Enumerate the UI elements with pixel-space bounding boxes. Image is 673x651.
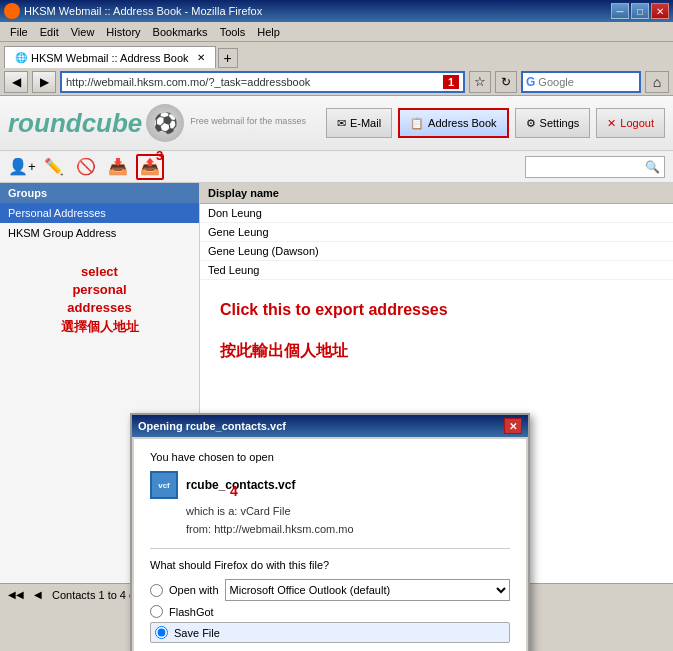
active-tab[interactable]: 🌐 HKSM Webmail :: Address Book ✕ <box>4 46 216 68</box>
import-button[interactable]: 📥 <box>104 154 132 180</box>
tab-favicon: 🌐 <box>15 52 27 63</box>
menu-file[interactable]: File <box>4 24 34 40</box>
logo: roundcube ⚽ Free webmail for the masses <box>8 104 306 142</box>
search-icon: 🔍 <box>645 160 660 174</box>
save-file-label: Save File <box>174 627 220 639</box>
menu-help[interactable]: Help <box>251 24 286 40</box>
file-type-value: vCard File <box>240 505 290 517</box>
export-button[interactable]: 📤 3 <box>136 154 164 180</box>
logo-icon: ⚽ <box>146 104 184 142</box>
refresh-button[interactable]: ↻ <box>495 71 517 93</box>
contact-row[interactable]: Don Leung <box>200 204 673 223</box>
tab-close-icon[interactable]: ✕ <box>197 52 205 63</box>
flashgot-label: FlashGot <box>169 606 214 618</box>
firefox-icon <box>4 3 20 19</box>
contact-annotation: Click this to export addresses 按此輸出個人地址 <box>200 280 673 382</box>
flashgot-radio-row: FlashGot <box>150 605 510 618</box>
dialog-separator <box>150 548 510 549</box>
url-text: http://webmail.hksm.com.mo/?_task=addres… <box>66 76 439 88</box>
tabbar: 🌐 HKSM Webmail :: Address Book ✕ + <box>0 42 673 68</box>
close-button[interactable]: ✕ <box>651 3 669 19</box>
dialog-question: What should Firefox do with this file? <box>150 559 510 571</box>
forward-button[interactable]: ▶ <box>32 71 56 93</box>
annotation-en: Click this to export addresses <box>210 290 663 331</box>
contact-row[interactable]: Gene Leung <box>200 223 673 242</box>
logo-subtitle: Free webmail for the masses <box>190 116 306 126</box>
new-tab-button[interactable]: + <box>218 48 238 68</box>
minimize-button[interactable]: ─ <box>611 3 629 19</box>
email-nav-button[interactable]: ✉ E-Mail <box>326 108 392 138</box>
address-bar: ◀ ▶ http://webmail.hksm.com.mo/?_task=ad… <box>0 68 673 96</box>
contact-row[interactable]: Gene Leung (Dawson) <box>200 242 673 261</box>
contact-row[interactable]: Ted Leung <box>200 261 673 280</box>
file-type-icon: vcf <box>150 471 178 499</box>
search-box: G 🔍 <box>521 71 641 93</box>
from-url: http://webmail.hksm.com.mo <box>214 523 353 535</box>
sidebar-annotation: select personal addresses 選擇個人地址 <box>0 243 199 356</box>
menu-view[interactable]: View <box>65 24 101 40</box>
flashgot-radio[interactable] <box>150 605 163 618</box>
contact-search-input[interactable] <box>530 161 645 173</box>
sidebar-section-title: Groups 2 <box>0 183 199 203</box>
menu-tools[interactable]: Tools <box>214 24 252 40</box>
tab-label: HKSM Webmail :: Address Book <box>31 52 189 64</box>
dialog-file-row: vcf rcube_contacts.vcf <box>150 471 510 499</box>
badge-3: 3 <box>156 148 163 163</box>
maximize-button[interactable]: □ <box>631 3 649 19</box>
logout-nav-button[interactable]: ✕ Logout <box>596 108 665 138</box>
menu-edit[interactable]: Edit <box>34 24 65 40</box>
home-button[interactable]: ⌂ <box>645 71 669 93</box>
back-button[interactable]: ◀ <box>4 71 28 93</box>
dialog-filename: rcube_contacts.vcf <box>186 478 295 492</box>
menu-bookmarks[interactable]: Bookmarks <box>147 24 214 40</box>
dialog-titlebar: Opening rcube_contacts.vcf ✕ <box>132 415 528 437</box>
dialog-meta: which is a: vCard File from: http://webm… <box>186 503 510 538</box>
dialog-body: You have chosen to open vcf rcube_contac… <box>134 439 526 651</box>
logout-icon: ✕ <box>607 117 616 130</box>
settings-icon: ⚙ <box>526 117 536 130</box>
settings-nav-button[interactable]: ⚙ Settings <box>515 108 591 138</box>
from-label: from: <box>186 523 211 535</box>
logo-text: roundcube <box>8 108 142 139</box>
open-with-radio-row: Open with Microsoft Office Outlook (defa… <box>150 579 510 601</box>
sidebar-item-group[interactable]: HKSM Group Address <box>0 223 199 243</box>
badge-4: 4 <box>230 483 238 499</box>
first-page-button[interactable]: ◀◀ <box>8 587 24 603</box>
prev-page-button[interactable]: ◀ <box>30 587 46 603</box>
window-title: HKSM Webmail :: Address Book - Mozilla F… <box>24 5 262 17</box>
email-label: E-Mail <box>350 117 381 129</box>
app-toolbar: roundcube ⚽ Free webmail for the masses … <box>0 96 673 151</box>
main-content: Groups 2 Personal Addresses HKSM Group A… <box>0 183 673 583</box>
dialog-title: Opening rcube_contacts.vcf <box>138 420 286 432</box>
dialog: Opening rcube_contacts.vcf ✕ You have ch… <box>130 413 530 651</box>
addressbook-label: Address Book <box>428 117 496 129</box>
delete-contact-button[interactable]: 🚫 <box>72 154 100 180</box>
menu-history[interactable]: History <box>100 24 146 40</box>
app-nav-buttons: ✉ E-Mail 📋 Address Book ⚙ Settings ✕ Log… <box>326 108 665 138</box>
edit-contact-button[interactable]: ✏️ <box>40 154 68 180</box>
annotation-zh: 按此輸出個人地址 <box>210 331 663 372</box>
titlebar: HKSM Webmail :: Address Book - Mozilla F… <box>0 0 673 22</box>
open-with-radio[interactable] <box>150 584 163 597</box>
window-controls: ─ □ ✕ <box>611 3 669 19</box>
logout-label: Logout <box>620 117 654 129</box>
save-file-radio[interactable] <box>155 626 168 639</box>
url-badge-1: 1 <box>443 75 459 89</box>
open-with-dropdown[interactable]: Microsoft Office Outlook (default) <box>225 579 510 601</box>
import-icon: 📥 <box>108 157 128 176</box>
file-type-label: which is a: <box>186 505 237 517</box>
contact-search-box[interactable]: 🔍 <box>525 156 665 178</box>
contact-list-header: Display name <box>200 183 673 204</box>
action-toolbar: 👤+ ✏️ 🚫 📥 📤 3 🔍 <box>0 151 673 183</box>
addressbook-nav-button[interactable]: 📋 Address Book <box>398 108 508 138</box>
url-bar[interactable]: http://webmail.hksm.com.mo/?_task=addres… <box>60 71 465 93</box>
save-file-radio-row: Save File <box>150 622 510 643</box>
google-icon: G <box>523 75 538 89</box>
add-contact-button[interactable]: 👤+ <box>8 154 36 180</box>
email-icon: ✉ <box>337 117 346 130</box>
settings-label: Settings <box>540 117 580 129</box>
bookmark-star-button[interactable]: ☆ <box>469 71 491 93</box>
dialog-close-button[interactable]: ✕ <box>504 418 522 434</box>
addressbook-icon: 📋 <box>410 117 424 130</box>
sidebar-item-personal[interactable]: Personal Addresses <box>0 203 199 223</box>
